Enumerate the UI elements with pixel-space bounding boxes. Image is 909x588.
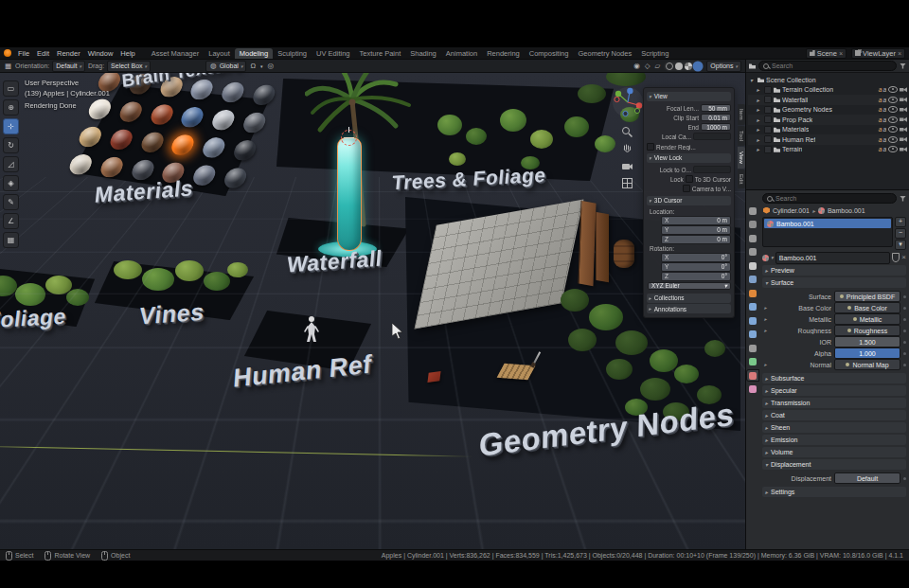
scene-selector[interactable]: Scene × bbox=[806, 48, 847, 59]
snap-magnet-icon[interactable]: Ω bbox=[249, 62, 257, 71]
workspace-tab-asset-manager[interactable]: Asset Manager bbox=[147, 48, 204, 59]
orientation-dropdown[interactable]: Default▾ bbox=[52, 61, 85, 72]
outliner-scene-collection-row[interactable]: ▾ Scene Collection bbox=[748, 75, 907, 85]
lock-to-3d-cursor-checkbox[interactable] bbox=[686, 175, 693, 183]
vine[interactable] bbox=[175, 260, 204, 281]
npanel-section-collections[interactable]: ▸Collections bbox=[647, 294, 731, 303]
fake-user-shield-icon[interactable] bbox=[892, 253, 900, 262]
xray-toggle-icon[interactable]: ▱ bbox=[654, 62, 662, 71]
workspace-tab-rendering[interactable]: Rendering bbox=[482, 48, 525, 59]
properties-section-preview[interactable]: ▸Preview bbox=[762, 265, 906, 276]
properties-tab-tool[interactable] bbox=[747, 205, 758, 216]
properties-tab-constraints[interactable] bbox=[747, 343, 758, 353]
workspace-tab-layout[interactable]: Layout bbox=[204, 48, 235, 59]
animate-decorator[interactable] bbox=[903, 318, 906, 321]
disable-in-renders-toggle[interactable] bbox=[900, 116, 907, 122]
vine[interactable] bbox=[114, 260, 142, 279]
n-panel-tab-item[interactable]: Item bbox=[738, 104, 745, 125]
n-panel-tab-view[interactable]: View bbox=[738, 147, 745, 169]
cursor-location-z[interactable]: Z0 m bbox=[661, 235, 731, 244]
menu-help[interactable]: Help bbox=[116, 49, 138, 58]
npanel-section-view[interactable]: ▾View bbox=[647, 92, 731, 101]
plant[interactable] bbox=[578, 84, 606, 103]
shading-solid-icon[interactable] bbox=[675, 62, 683, 70]
material-preview-sphere[interactable] bbox=[67, 153, 95, 175]
collapse-caret-icon[interactable]: ▾ bbox=[750, 77, 756, 83]
outliner-row-materials[interactable]: ▸ Materials aa bbox=[748, 125, 907, 135]
disable-in-renders-toggle[interactable] bbox=[900, 136, 907, 142]
field-base-color[interactable]: Base Color bbox=[834, 302, 900, 313]
plant[interactable] bbox=[466, 128, 487, 145]
animate-decorator[interactable] bbox=[903, 330, 906, 332]
field-alpha[interactable]: 1.000 bbox=[834, 347, 900, 359]
tool-transform[interactable]: ◈ bbox=[3, 175, 19, 191]
properties-tab-physics[interactable] bbox=[747, 330, 758, 340]
outliner-search-input[interactable]: Search bbox=[758, 61, 897, 71]
workspace-tab-scripting[interactable]: Scripting bbox=[636, 48, 673, 59]
hide-in-viewport-toggle[interactable] bbox=[888, 136, 898, 143]
properties-section-displacement[interactable]: ▾Displacement bbox=[762, 459, 906, 470]
properties-section-sheen[interactable]: ▸Sheen bbox=[762, 422, 906, 433]
shading-rendered-icon[interactable] bbox=[694, 62, 702, 70]
properties-tab-output[interactable] bbox=[747, 233, 758, 243]
outliner-row-waterfall[interactable]: ▸ Waterfall aa bbox=[748, 95, 907, 105]
properties-search-input[interactable]: Search bbox=[762, 193, 897, 204]
properties-tab-render[interactable] bbox=[747, 220, 758, 230]
material-preview-sphere[interactable] bbox=[179, 106, 206, 128]
collection-exclude-checkbox[interactable] bbox=[764, 135, 772, 143]
properties-section-coat[interactable]: ▸Coat bbox=[762, 410, 906, 420]
expand-caret-icon[interactable]: ▸ bbox=[757, 106, 762, 113]
bush[interactable] bbox=[589, 304, 623, 330]
show-gizmo-icon[interactable]: ◉ bbox=[633, 62, 641, 71]
displacement-method-dropdown[interactable]: Default bbox=[834, 472, 900, 484]
waterfall-object[interactable] bbox=[337, 137, 362, 251]
field-ior[interactable]: 1.500 bbox=[834, 336, 900, 347]
editor-type-icon[interactable]: ▦ bbox=[4, 62, 12, 71]
workspace-tab-sculpting[interactable]: Sculpting bbox=[273, 48, 312, 59]
material-preview-sphere[interactable] bbox=[107, 129, 134, 151]
properties-tab-particles[interactable] bbox=[747, 315, 758, 326]
outliner-row-prop-pack[interactable]: ▸ Prop Pack aa bbox=[748, 115, 907, 125]
menu-window[interactable]: Window bbox=[84, 49, 117, 58]
plant[interactable] bbox=[564, 116, 589, 137]
tool-select-box[interactable]: ▭ bbox=[3, 80, 19, 97]
cursor-location-y[interactable]: Y0 m bbox=[661, 225, 731, 235]
foliage-plant[interactable] bbox=[66, 289, 89, 306]
wood-plank[interactable] bbox=[596, 212, 609, 282]
remove-view-layer-icon[interactable]: × bbox=[898, 50, 901, 57]
animate-decorator[interactable] bbox=[903, 364, 906, 366]
outliner-row-geometry-nodes[interactable]: ▸ Geometry Nodes aa bbox=[748, 105, 907, 116]
outliner-row-terrain[interactable]: ▸ Terrain aa bbox=[748, 145, 907, 155]
disable-in-renders-toggle[interactable] bbox=[900, 107, 907, 113]
animate-decorator[interactable] bbox=[903, 352, 906, 355]
bush[interactable] bbox=[615, 330, 648, 355]
workspace-tab-animation[interactable]: Animation bbox=[441, 48, 482, 59]
material-preview-sphere[interactable] bbox=[200, 136, 227, 158]
properties-section-subsurface[interactable]: ▸Subsurface bbox=[762, 373, 906, 383]
npanel-section-annotations[interactable]: ▸Annotations bbox=[647, 304, 731, 313]
outliner-editor-icon[interactable] bbox=[749, 63, 756, 69]
disable-in-renders-toggle[interactable] bbox=[900, 127, 907, 133]
proportional-editing-icon[interactable]: ◎ bbox=[267, 62, 276, 71]
toggle-ortho-icon[interactable] bbox=[621, 177, 633, 189]
breadcrumb-material[interactable]: Bamboo.001 bbox=[828, 207, 865, 214]
filter-icon[interactable] bbox=[900, 63, 906, 69]
bush[interactable] bbox=[650, 349, 678, 372]
properties-tab-object-data[interactable] bbox=[747, 357, 758, 367]
bush[interactable] bbox=[561, 289, 589, 312]
animate-decorator[interactable] bbox=[903, 477, 906, 480]
barrel[interactable] bbox=[614, 240, 634, 268]
material-preview-sphere[interactable] bbox=[209, 109, 237, 131]
field-local-ca[interactable] bbox=[693, 133, 731, 140]
properties-tab-material[interactable] bbox=[747, 370, 758, 381]
collection-exclude-checkbox[interactable] bbox=[764, 126, 772, 134]
plant[interactable] bbox=[437, 115, 462, 135]
plant[interactable] bbox=[500, 109, 526, 132]
bush[interactable] bbox=[606, 359, 633, 380]
properties-tab-texture[interactable] bbox=[747, 384, 758, 395]
hide-in-viewport-toggle[interactable] bbox=[888, 146, 898, 152]
properties-section-surface[interactable]: ▾Surface bbox=[762, 277, 906, 288]
field-normal[interactable]: Normal Map bbox=[834, 359, 900, 370]
animate-decorator[interactable] bbox=[903, 341, 906, 344]
red-crate[interactable] bbox=[427, 371, 440, 383]
